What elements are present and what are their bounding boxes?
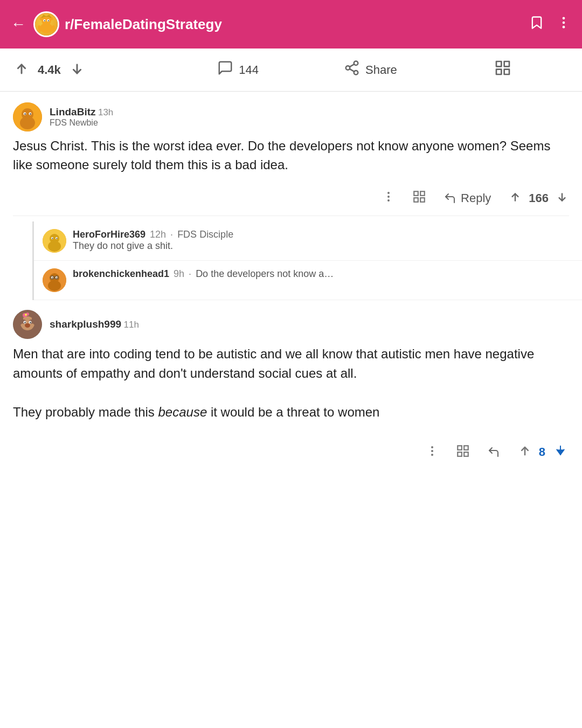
svg-point-77 (25, 314, 27, 316)
reply-text: They do not give a shit. (73, 240, 173, 251)
body-italic: because (158, 405, 207, 419)
svg-point-60 (48, 280, 61, 291)
body-suffix: it would be a threat to women (207, 405, 379, 419)
svg-point-58 (52, 277, 53, 278)
reply-content: brokenchickenhead1 9h · Do the developer… (73, 268, 573, 280)
reply-text: Do the developers not know a… (196, 268, 334, 280)
subreddit-info: r/FemaleDatingStrategy (33, 11, 529, 37)
body-prefix: They probably made this (13, 405, 158, 419)
award-section[interactable] (436, 59, 569, 80)
reply-time: 9h (174, 268, 184, 280)
svg-rect-21 (496, 61, 501, 66)
more-options-icon[interactable] (426, 445, 439, 460)
reply-flair: FDS Disciple (177, 229, 233, 240)
second-comment: sharkplush999 11h Men that are into codi… (0, 300, 582, 422)
comment-count: 144 (239, 63, 259, 77)
svg-point-50 (57, 238, 58, 239)
main-comment: LindaBitz 13h FDS Newbie Jesus Christ. T… (0, 92, 582, 216)
comment-header: sharkplush999 11h (13, 310, 569, 339)
svg-rect-84 (458, 452, 462, 456)
subreddit-logo[interactable] (33, 11, 59, 37)
reply-label: Reply (461, 191, 491, 205)
downvote-comment-button[interactable] (555, 190, 569, 206)
comment-body: Men that are into coding tend to be auti… (13, 344, 569, 422)
bookmark-icon[interactable] (529, 15, 544, 33)
svg-point-32 (30, 113, 31, 114)
svg-point-49 (52, 238, 53, 239)
svg-point-34 (387, 192, 390, 194)
reply-button[interactable]: Reply (444, 191, 491, 205)
user-meta: sharkplush999 11h (50, 318, 139, 330)
comment-body-p2: They probably made this because it would… (13, 403, 569, 422)
svg-point-71 (30, 322, 31, 323)
svg-point-13 (563, 26, 565, 29)
back-button[interactable]: ← (11, 16, 26, 33)
award-icon (494, 59, 511, 80)
comment-username[interactable]: sharkplush999 (50, 318, 121, 330)
upvote-button[interactable] (13, 60, 30, 80)
reply-time: 12h (150, 229, 166, 240)
reply-avatar (43, 268, 66, 292)
post-action-bar: 4.4k 144 Share (0, 48, 582, 92)
more-options-icon[interactable] (382, 190, 395, 206)
comment-actions: Reply 166 (13, 184, 569, 216)
share-icon (344, 60, 360, 80)
avatar (13, 310, 42, 339)
reply-item: brokenchickenhead1 9h · Do the developer… (34, 261, 582, 300)
svg-point-35 (387, 196, 390, 198)
upvote-count: 4.4k (38, 63, 61, 77)
comment-time: 13h (98, 107, 113, 117)
svg-point-12 (563, 22, 565, 24)
svg-point-78 (431, 446, 433, 448)
svg-rect-24 (496, 70, 501, 74)
reply-avatar (43, 229, 66, 253)
avatar (13, 102, 42, 131)
svg-point-51 (48, 241, 61, 252)
share-label: Share (365, 63, 397, 77)
svg-rect-82 (464, 446, 468, 450)
downvote-comment-button[interactable] (552, 442, 569, 462)
reply-meta: brokenchickenhead1 9h · Do the developer… (73, 268, 573, 280)
user-meta: LindaBitz 13h FDS Newbie (50, 106, 113, 128)
share-section[interactable]: Share (304, 60, 437, 80)
downvote-button[interactable] (68, 60, 86, 80)
svg-point-11 (563, 17, 565, 20)
header-icons (529, 15, 571, 33)
svg-rect-83 (464, 452, 468, 456)
svg-point-80 (431, 454, 433, 456)
subreddit-name[interactable]: r/FemaleDatingStrategy (65, 16, 222, 33)
reply-content: HeroForHire369 12h · FDS Disciple They d… (73, 229, 573, 252)
second-comment-actions: 8 (0, 432, 582, 475)
comment-body-p1: Men that are into coding tend to be auti… (13, 344, 569, 383)
upvote-comment-button[interactable] (508, 190, 522, 206)
comment-vote-count: 8 (539, 445, 545, 459)
upvote-comment-button[interactable] (517, 443, 532, 461)
separator: · (189, 268, 191, 280)
svg-rect-22 (504, 61, 509, 66)
reply-username[interactable]: HeroForHire369 (73, 229, 146, 240)
comment-section[interactable]: 144 (172, 60, 304, 80)
svg-rect-39 (420, 198, 425, 202)
comment-username[interactable]: LindaBitz (50, 106, 96, 117)
replies-section: HeroForHire369 12h · FDS Disciple They d… (32, 221, 582, 300)
comment-time: 11h (124, 320, 139, 330)
vote-group: 166 (508, 190, 569, 206)
user-flair: FDS Newbie (50, 118, 113, 128)
svg-rect-23 (504, 70, 509, 74)
vote-group: 8 (517, 442, 569, 462)
svg-point-33 (20, 116, 35, 129)
reply-button[interactable] (487, 446, 500, 459)
reply-item: HeroForHire369 12h · FDS Disciple They d… (34, 221, 582, 261)
svg-rect-40 (414, 198, 418, 202)
comment-header: LindaBitz 13h FDS Newbie (13, 102, 569, 131)
comment-body: Jesus Christ. This is the worst idea eve… (13, 137, 569, 175)
svg-rect-37 (414, 191, 418, 196)
svg-line-20 (350, 64, 355, 67)
vote-section: 4.4k (13, 60, 172, 80)
more-options-icon[interactable] (556, 15, 571, 33)
award-comment-icon[interactable] (456, 444, 470, 460)
reply-username[interactable]: brokenchickenhead1 (73, 268, 169, 280)
award-comment-icon[interactable] (412, 190, 426, 207)
comment-icon (217, 60, 233, 80)
svg-point-72 (25, 323, 30, 328)
